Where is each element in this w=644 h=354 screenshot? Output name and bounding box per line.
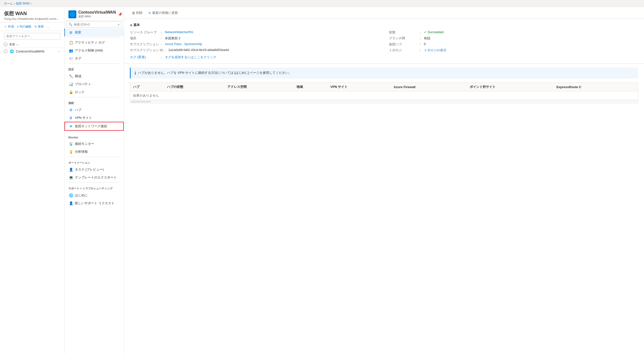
section-header-monitor: Monitor xyxy=(64,133,124,140)
analytics-icon: 💡 xyxy=(69,150,73,154)
topology-link[interactable]: トポロジの表示 xyxy=(424,48,446,52)
pin-icon[interactable]: 📌 xyxy=(118,12,122,16)
refresh-content-icon: ↻ xyxy=(148,11,151,15)
columns-icon: ≡ xyxy=(17,25,18,28)
status-check-icon: ✓ xyxy=(424,30,426,34)
nav-item-tasks[interactable]: 👤 タスク (プレビュー) xyxy=(64,166,124,174)
resource-group-link[interactable]: NetworkWatcherRG xyxy=(165,30,193,34)
more-button[interactable]: ... xyxy=(47,25,49,28)
col-address-space: アドレス空間 xyxy=(224,83,294,91)
left-panel: 仮想 WAN Trong Duc (Testdefender Endpoint0… xyxy=(0,7,64,354)
resource-group-row: リソース グループ ： NetworkWatcherRG xyxy=(130,30,379,35)
scrollbar-track xyxy=(131,101,151,103)
plus-icon: ＋ xyxy=(4,24,7,29)
virtual-hub-row: 仮想ハブ ： 0 xyxy=(389,42,638,46)
edit-columns-button[interactable]: ≡ 列の編集 xyxy=(17,24,32,29)
subscription-link[interactable]: Azure Pass - Sponsorship xyxy=(165,42,202,46)
refresh-button[interactable]: ↻ 更新 xyxy=(34,24,44,29)
nav-item-vnet-connections[interactable]: ❋ 仮想ネットワーク接続 xyxy=(64,122,124,131)
section-header-settings: 設定 xyxy=(64,65,124,72)
nav-item-analytics[interactable]: 💡 分析情報 xyxy=(64,148,124,156)
nav-resource-title: ContosoVirtualWAN xyxy=(78,10,116,15)
subscription-row: サブスクリプション ： Azure Pass - Sponsorship xyxy=(130,42,379,46)
list-icon: 📋 xyxy=(69,41,73,44)
nav-search-input[interactable] xyxy=(74,23,118,26)
lock-icon: 🔒 xyxy=(69,90,73,94)
breadcrumb-sep1: › xyxy=(14,2,15,5)
tags-change-link[interactable]: タグ (変更) xyxy=(130,55,146,59)
nav-search-box: 🔍 « xyxy=(66,21,122,27)
table-header-row: ハブ ハブの状態 アドレス空間 地域 VPN サイト Azure Firewal… xyxy=(130,83,638,91)
basics-grid: リソース グループ ： NetworkWatcherRG 場所 ： 米国東部 2… xyxy=(130,30,638,52)
col-azure-firewall: Azure Firewall xyxy=(391,83,467,91)
no-results-text: 結果がありません xyxy=(130,91,638,100)
nav-item-export-template[interactable]: 💻 テンプレートのエクスポート xyxy=(64,174,124,181)
breadcrumb-home[interactable]: ホーム xyxy=(4,1,13,6)
nav-item-activity-log[interactable]: 📋 アクティビティ ログ xyxy=(64,39,124,46)
monitor-icon: 📡 xyxy=(69,142,73,146)
export-icon: 💻 xyxy=(69,176,73,179)
section-header-automation: オートメーション xyxy=(64,158,124,166)
nav-item-hubs[interactable]: ⚙ ハブ xyxy=(64,106,124,114)
refresh-content-button[interactable]: ↻ 最新の情報に更新 xyxy=(146,10,180,16)
info-text: ハブがありません。ハブを VPN サイトに接続する方法については [はじめに] … xyxy=(138,71,292,75)
nav-item-config[interactable]: 🔧 構成 xyxy=(64,72,124,80)
hubs-table: ハブ ハブの状態 アドレス空間 地域 VPN サイト Azure Firewal… xyxy=(130,83,638,100)
location-row: 場所 ： 米国東部 2 xyxy=(130,36,379,41)
grid-icon: ⊞ xyxy=(69,30,73,34)
delete-button[interactable]: 🗑 削除 xyxy=(130,10,144,16)
section-header-connect: 接続 xyxy=(64,98,124,106)
nav-item-lock[interactable]: 🔒 ロック xyxy=(64,88,124,96)
item-more[interactable]: ··· xyxy=(58,49,60,53)
subscription-id-row: サブスクリプション ID ： 1a1a0e89-fa62-43cd-8e19-a… xyxy=(130,48,379,52)
config-icon: 🔧 xyxy=(69,74,73,78)
section-header-support: サポート + トラブルシューティング xyxy=(64,184,124,191)
info-message-box: ℹ ハブがありません。ハブを VPN サイトに接続する方法については [はじめに… xyxy=(130,68,638,78)
nav-item-tags[interactable]: 🏷 タグ xyxy=(64,54,124,62)
nav-item-vpn-sites[interactable]: 🖥 VPN サイト xyxy=(64,114,124,122)
left-header: 仮想 WAN Trong Duc (Testdefender Endpoint0… xyxy=(0,7,64,22)
select-all-checkbox[interactable] xyxy=(4,43,7,46)
table-row-no-results: 結果がありません xyxy=(130,91,638,100)
table-scrollbar[interactable] xyxy=(130,100,638,103)
nav-item-new-support[interactable]: 👤 新しいサポート リクエスト xyxy=(64,199,124,207)
list-item[interactable]: 🌐 ContosoVirtualWAN ··· xyxy=(0,48,64,55)
collapse-chevron[interactable]: ∧ xyxy=(130,23,132,27)
nav-item-connection-monitor[interactable]: 📡 接続モニター xyxy=(64,140,124,148)
people-icon: 👥 xyxy=(69,48,73,52)
content-toolbar: 🗑 削除 ↻ 最新の情報に更新 xyxy=(124,7,644,19)
col-vpn-sites: VPN サイト xyxy=(328,83,391,91)
nav-item-access-control[interactable]: 👥 アクセス制御 (IAM) xyxy=(64,46,124,54)
vnet-icon: ❋ xyxy=(69,124,73,128)
item-name: ContosoVirtualWAN xyxy=(16,49,44,53)
breadcrumb-wan[interactable]: 仮想 WAN xyxy=(16,1,30,6)
resource-type-icon: 🌐 xyxy=(68,10,76,18)
nav-item-getting-started[interactable]: 🌐 はじめに xyxy=(64,191,124,199)
item-checkbox[interactable] xyxy=(4,50,7,53)
tasks-icon: 👤 xyxy=(69,168,73,172)
col-point-to-site: ポイント対サイト xyxy=(467,83,554,91)
user-subtitle: Trong Duc (Testdefender Endpoint01.onmic… xyxy=(4,17,60,20)
properties-icon: 📊 xyxy=(69,82,73,86)
wan-resource-icon: 🌐 xyxy=(10,49,14,53)
nav-resource-header: 🌐 ContosoVirtualWAN 仮想 WAN 📌 ··· xyxy=(64,7,124,20)
nav-item-properties[interactable]: 📊 プロパティ xyxy=(64,80,124,88)
delete-icon: 🗑 xyxy=(132,11,135,15)
collapse-icon[interactable]: « xyxy=(118,23,120,26)
basics-left-col: リソース グループ ： NetworkWatcherRG 場所 ： 米国東部 2… xyxy=(130,30,379,52)
nav-item-overview[interactable]: ⊞ 概要 xyxy=(64,28,124,36)
vpn-icon: 🖥 xyxy=(69,116,73,120)
col-hub: ハブ xyxy=(130,83,164,91)
create-button[interactable]: ＋ 作成 xyxy=(4,24,14,29)
col-expressroute: ExpressRoute C xyxy=(554,83,638,91)
filter-input[interactable] xyxy=(4,33,60,39)
hubs-table-container: ハブ ハブの状態 アドレス空間 地域 VPN サイト Azure Firewal… xyxy=(130,82,638,103)
main-content: 🗑 削除 ↻ 最新の情報に更新 ∧ 基本 リソース グループ ： Net xyxy=(124,7,644,354)
support-icon: 👤 xyxy=(69,201,73,205)
add-tags-link[interactable]: タグを追加するにはここをクリック xyxy=(165,55,216,59)
search-icon: 🔍 xyxy=(69,23,72,26)
nav-resource-type: 仮想 WAN xyxy=(78,15,116,18)
tag-icon: 🏷 xyxy=(69,56,73,60)
table-section: ハブ ハブの状態 アドレス空間 地域 VPN サイト Azure Firewal… xyxy=(124,82,644,107)
info-icon: ℹ xyxy=(134,71,136,75)
